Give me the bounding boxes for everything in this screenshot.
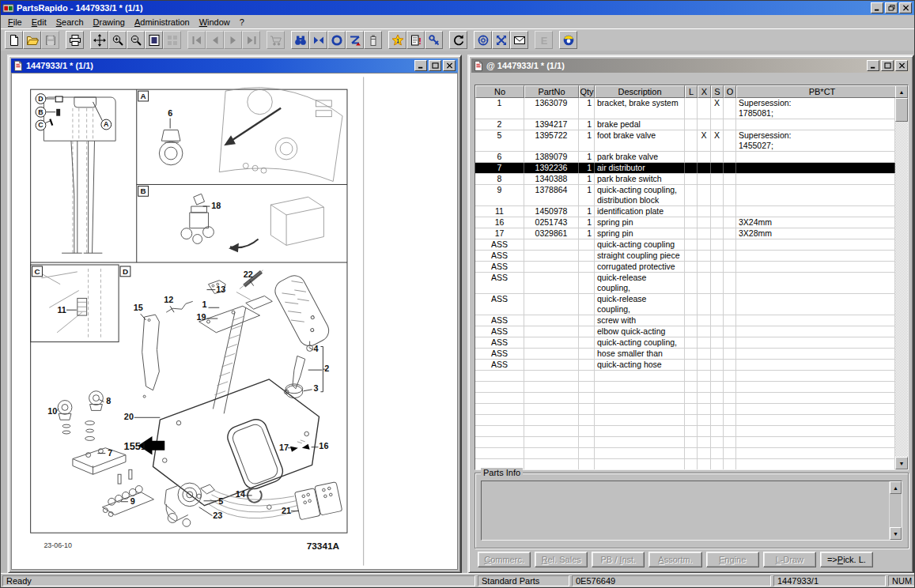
menu-help[interactable]: ? (235, 17, 249, 28)
part-label-17[interactable]: 17 (279, 443, 289, 452)
print-button[interactable] (66, 31, 84, 49)
table-row[interactable]: ASShose smaller than (475, 349, 895, 360)
pick-l-button[interactable]: =>Pick. L. (820, 552, 873, 567)
part-label-2[interactable]: 2 (324, 364, 329, 373)
part-label-20[interactable]: 20 (124, 412, 134, 421)
zoom-out-button[interactable] (127, 31, 145, 49)
table-row[interactable]: 613890791park brake valve (475, 152, 895, 163)
notes-button[interactable]: ! (406, 31, 425, 49)
fit-page-button[interactable] (145, 31, 163, 49)
table-row[interactable] (475, 448, 895, 459)
table-row[interactable]: 713922361air distributor (475, 163, 895, 174)
restore-button[interactable] (885, 2, 898, 13)
table-row[interactable]: ASSquick-acting coupling, (475, 337, 895, 349)
expand-button[interactable] (492, 31, 510, 49)
globe-button[interactable] (559, 31, 577, 49)
table-row[interactable]: ASSquick-acting hose (475, 360, 895, 371)
table-row[interactable] (475, 382, 895, 393)
maximize-button[interactable] (429, 60, 441, 71)
column-header-no[interactable]: No (475, 85, 524, 98)
open-button[interactable] (23, 31, 41, 49)
search-button[interactable] (291, 31, 309, 49)
gear-button[interactable] (474, 31, 492, 49)
table-row[interactable]: 1114509781identification plate (475, 206, 895, 217)
table-row[interactable]: 913788641quick-acting coupling, distribu… (475, 185, 895, 206)
part-label-19[interactable]: 19 (197, 312, 206, 322)
table-row[interactable]: ASSquick-release coupling, (475, 294, 895, 315)
table-row[interactable]: 113630791bracket, brake systemXSupersess… (475, 98, 895, 119)
new-button[interactable] (5, 31, 23, 49)
drawing-canvas[interactable]: ABCD DBCA 618111312119152242320108795231… (11, 73, 458, 570)
close-button[interactable] (899, 2, 912, 13)
close-button[interactable] (895, 60, 908, 71)
part-label-8[interactable]: 8 (106, 397, 111, 406)
scrollbar-thumb[interactable] (895, 98, 908, 122)
table-row[interactable]: ASSquick-acting coupling (475, 239, 895, 251)
table-row[interactable]: 213942171brake pedal (475, 119, 895, 130)
column-header-pbct[interactable]: PB*CT (736, 85, 908, 98)
table-row[interactable]: ASSquick-release coupling, (475, 273, 895, 294)
minimize-button[interactable] (867, 60, 879, 71)
part-label-12[interactable]: 12 (164, 295, 173, 304)
menu-drawing[interactable]: Drawing (89, 17, 130, 28)
part-label-4[interactable]: 4 (314, 344, 319, 353)
menu-file[interactable]: File (3, 17, 27, 28)
minimize-button[interactable] (414, 60, 427, 71)
part-label-1[interactable]: 1 (202, 300, 207, 309)
table-row[interactable]: 1602517431spring pin3X24mm (475, 217, 895, 228)
refresh-button[interactable] (449, 31, 467, 49)
part-label-5[interactable]: 5 (218, 496, 223, 506)
part-label-21[interactable]: 21 (282, 506, 291, 515)
table-row[interactable]: 1703298611spring pin3X28mm (475, 228, 895, 239)
close-button[interactable] (443, 60, 456, 71)
column-header-qty[interactable]: Qty (579, 85, 595, 98)
table-row[interactable]: ASSscrew with (475, 315, 895, 326)
part-label-22[interactable]: 22 (244, 270, 253, 279)
favorites-button[interactable]: 1 (388, 31, 406, 49)
part-label-15[interactable]: 15 (134, 303, 143, 312)
column-header-s[interactable]: S (711, 85, 724, 98)
part-label-14[interactable]: 14 (236, 489, 245, 499)
table-row[interactable] (475, 393, 895, 404)
pan-button[interactable] (90, 31, 108, 49)
part-label-1551[interactable]: 1551 (124, 440, 146, 452)
table-row[interactable] (475, 371, 895, 382)
key-button[interactable] (425, 31, 443, 49)
minimize-button[interactable] (871, 2, 883, 13)
part-label-3[interactable]: 3 (314, 383, 319, 393)
part-label-9[interactable]: 9 (130, 496, 135, 506)
part-label-10[interactable]: 10 (47, 406, 57, 416)
column-header-o[interactable]: O (724, 85, 736, 98)
zoom-in-button[interactable] (108, 31, 127, 49)
table-row[interactable] (475, 404, 895, 415)
menu-edit[interactable]: Edit (27, 17, 51, 28)
table-row[interactable]: ASSelbow quick-acting (475, 326, 895, 337)
column-header-x[interactable]: X (698, 85, 711, 98)
technical-drawing[interactable]: ABCD DBCA 618111312119152242320108795231… (12, 74, 457, 569)
table-row[interactable] (475, 426, 895, 437)
column-header-partno[interactable]: PartNo (524, 85, 579, 98)
mail-button[interactable] (510, 31, 528, 49)
menu-administration[interactable]: Administration (130, 17, 195, 28)
part-label-7[interactable]: 7 (108, 448, 112, 458)
table-row[interactable]: 813403881park brake switch (475, 174, 895, 185)
menu-window[interactable]: Window (195, 17, 235, 28)
circle-button[interactable] (327, 31, 346, 49)
table-row[interactable] (475, 415, 895, 426)
scroll-up-button[interactable]: ▲ (895, 85, 908, 98)
table-row[interactable] (475, 437, 895, 448)
column-header-l[interactable]: L (685, 85, 698, 98)
part-label-16[interactable]: 16 (319, 441, 328, 450)
scroll-down-button[interactable]: ▼ (895, 457, 908, 469)
part-label-6[interactable]: 6 (168, 108, 172, 118)
filter-button[interactable] (309, 31, 327, 49)
maximize-button[interactable] (881, 60, 894, 71)
routing-button[interactable] (346, 31, 364, 49)
table-row[interactable] (475, 459, 895, 469)
table-row[interactable]: 513957221foot brake valveXXSupersession:… (475, 130, 895, 152)
part-label-13[interactable]: 13 (216, 285, 225, 294)
table-row[interactable]: ASSstraight coupling piece (475, 251, 895, 262)
part-label-18[interactable]: 18 (211, 201, 221, 210)
table-row[interactable]: ASScorrugated protective (475, 262, 895, 273)
battery-button[interactable] (364, 31, 382, 49)
